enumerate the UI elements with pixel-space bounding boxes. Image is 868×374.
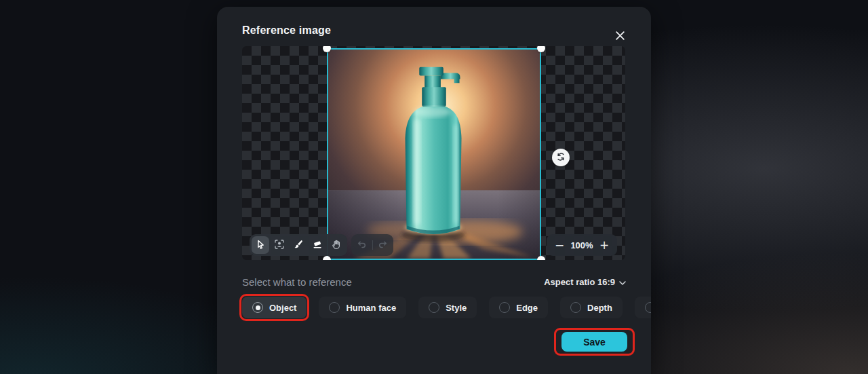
option-wrap: Edge	[486, 294, 551, 321]
option-wrap: Human face	[316, 294, 409, 321]
close-icon	[615, 31, 625, 43]
redo-button[interactable]	[376, 238, 391, 253]
history-divider	[372, 240, 373, 250]
tools-toolbar	[250, 234, 347, 256]
radio-icon	[499, 302, 510, 313]
crop-region[interactable]	[327, 48, 541, 260]
radio-icon	[645, 302, 651, 313]
option-wrap: Style	[416, 294, 479, 321]
person-selection-icon	[274, 239, 285, 252]
reference-prompt-label: Select what to reference	[242, 276, 352, 288]
reference-option-pose[interactable]: Pose	[635, 297, 651, 318]
radio-icon	[429, 302, 439, 313]
editor-canvas: − 100% +	[242, 46, 625, 260]
eraser-icon	[312, 239, 323, 252]
redo-icon	[377, 239, 389, 251]
option-wrap: Depth	[557, 294, 625, 321]
save-button[interactable]: Save	[561, 332, 627, 352]
aspect-ratio-label: Aspect ratio 16:9	[544, 277, 615, 287]
reference-image-preview	[328, 50, 540, 259]
history-toolbar	[351, 234, 393, 256]
brush-tool-button[interactable]	[290, 236, 307, 254]
zoom-controls: − 100% +	[547, 234, 617, 256]
cursor-icon	[255, 239, 266, 252]
brush-icon	[293, 239, 304, 252]
zoom-level: 100%	[570, 240, 593, 250]
radio-icon	[252, 302, 263, 313]
close-button[interactable]	[609, 26, 631, 48]
refresh-icon	[555, 151, 566, 164]
crop-handle-bottom-right[interactable]	[537, 256, 545, 260]
undo-icon	[356, 239, 368, 251]
option-wrap: Pose	[632, 294, 651, 321]
reference-option-depth[interactable]: Depth	[560, 297, 623, 318]
zoom-out-button[interactable]: −	[553, 240, 566, 251]
select-tool-button[interactable]	[252, 236, 269, 254]
hand-icon	[331, 239, 342, 252]
eraser-tool-button[interactable]	[309, 236, 326, 254]
reference-option-human-face[interactable]: Human face	[319, 297, 406, 318]
portrait-select-tool-button[interactable]	[271, 236, 288, 254]
zoom-in-button[interactable]: +	[598, 240, 610, 251]
reference-image-modal: Reference image	[217, 7, 651, 374]
replace-image-button[interactable]	[552, 149, 570, 166]
crop-handle-bottom-left[interactable]	[323, 256, 331, 260]
modal-title: Reference image	[242, 24, 331, 37]
reference-option-style[interactable]: Style	[418, 297, 477, 318]
radio-icon	[570, 302, 581, 313]
undo-button[interactable]	[355, 238, 370, 253]
crop-handle-top-right[interactable]	[537, 46, 545, 52]
chevron-down-icon	[619, 277, 626, 287]
reference-option-object[interactable]: Object	[242, 297, 307, 318]
reference-option-edge[interactable]: Edge	[489, 297, 548, 318]
radio-icon	[329, 302, 340, 313]
reference-options: Object Human face Style Edge Depth	[242, 297, 651, 318]
annotation-highlight-object: Object	[239, 294, 309, 321]
aspect-ratio-dropdown[interactable]: Aspect ratio 16:9	[544, 277, 626, 287]
reference-header-row: Select what to reference Aspect ratio 16…	[242, 274, 626, 289]
pan-tool-button[interactable]	[328, 236, 345, 254]
annotation-highlight-save: Save	[554, 328, 635, 356]
